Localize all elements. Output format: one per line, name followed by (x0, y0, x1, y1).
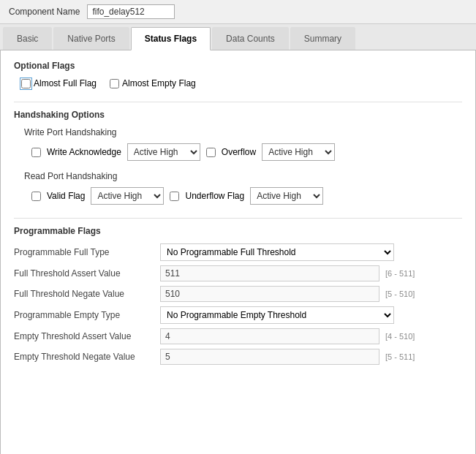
write-acknowledge-dropdown[interactable]: Active High Active Low (127, 143, 200, 161)
handshaking-options-section: Handshaking Options Write Port Handshaki… (14, 110, 462, 205)
read-port-title: Read Port Handshaking (24, 171, 462, 181)
full-threshold-negate-input[interactable] (160, 286, 379, 302)
underflow-flag-label: Underflow Flag (185, 191, 244, 201)
empty-threshold-assert-range: [4 - 510] (385, 332, 415, 341)
empty-threshold-assert-input[interactable] (160, 328, 379, 344)
write-port-title: Write Port Handshaking (24, 127, 462, 137)
full-threshold-assert-label: Full Threshold Assert Value (14, 268, 160, 279)
empty-threshold-negate-range: [5 - 511] (385, 352, 415, 361)
handshaking-options-title: Handshaking Options (14, 110, 462, 120)
almost-empty-flag-item: Almost Empty Flag (110, 78, 196, 88)
full-threshold-negate-range: [5 - 510] (385, 290, 415, 298)
content-area: Optional Flags Almost Full Flag Almost E… (0, 50, 476, 454)
optional-flags-title: Optional Flags (14, 61, 462, 71)
empty-threshold-assert-row: Empty Threshold Assert Value [4 - 510] (14, 328, 462, 344)
write-port-row: Write Acknowledge Active High Active Low… (31, 143, 462, 161)
prog-empty-type-row: Programmable Empty Type No Programmable … (14, 306, 462, 324)
full-threshold-assert-range: [6 - 511] (385, 269, 415, 278)
almost-empty-flag-checkbox[interactable] (110, 79, 119, 88)
programmable-flags-title: Programmable Flags (14, 226, 462, 236)
tab-basic[interactable]: Basic (3, 27, 52, 50)
almost-full-flag-item: Almost Full Flag (21, 78, 97, 88)
prog-full-type-select[interactable]: No Programmable Full Threshold Single Th… (160, 243, 394, 261)
full-threshold-assert-row: Full Threshold Assert Value [6 - 511] (14, 265, 462, 281)
overflow-label: Overflow (222, 147, 256, 157)
full-threshold-assert-input[interactable] (160, 265, 379, 281)
tabs-bar: Basic Native Ports Status Flags Data Cou… (0, 24, 476, 50)
optional-flags-row: Almost Full Flag Almost Empty Flag (21, 78, 462, 88)
empty-threshold-negate-input[interactable] (160, 349, 379, 365)
valid-flag-checkbox[interactable] (31, 192, 41, 201)
read-port-row: Valid Flag Active High Active Low Underf… (31, 187, 462, 205)
overflow-dropdown[interactable]: Active High Active Low (262, 143, 335, 161)
empty-threshold-negate-row: Empty Threshold Negate Value [5 - 511] (14, 349, 462, 365)
almost-full-flag-label: Almost Full Flag (34, 78, 97, 88)
component-name-label: Component Name (9, 7, 80, 17)
prog-full-type-label: Programmable Full Type (14, 247, 160, 257)
tab-status-flags[interactable]: Status Flags (131, 27, 211, 50)
tab-native-ports[interactable]: Native Ports (53, 27, 129, 50)
overflow-checkbox[interactable] (206, 148, 216, 157)
prog-empty-type-select[interactable]: No Programmable Empty Threshold Single T… (160, 306, 394, 324)
underflow-flag-checkbox[interactable] (170, 192, 179, 201)
underflow-dropdown[interactable]: Active High Active Low (250, 187, 323, 205)
prog-empty-type-label: Programmable Empty Type (14, 310, 160, 320)
empty-threshold-negate-label: Empty Threshold Negate Value (14, 352, 160, 362)
programmable-flags-section: Programmable Flags Programmable Full Typ… (14, 226, 462, 365)
write-acknowledge-label: Write Acknowledge (47, 147, 121, 157)
almost-empty-flag-label: Almost Empty Flag (122, 78, 196, 88)
valid-flag-label: Valid Flag (47, 191, 85, 201)
prog-full-type-row: Programmable Full Type No Programmable F… (14, 243, 462, 261)
tab-summary[interactable]: Summary (290, 27, 355, 50)
valid-flag-dropdown[interactable]: Active High Active Low (91, 187, 164, 205)
component-name-bar: Component Name fifo_delay512 (0, 0, 476, 24)
tab-data-counts[interactable]: Data Counts (212, 27, 289, 50)
read-port-handshaking: Read Port Handshaking Valid Flag Active … (14, 171, 462, 205)
full-threshold-negate-row: Full Threshold Negate Value [5 - 510] (14, 286, 462, 302)
write-port-handshaking: Write Port Handshaking Write Acknowledge… (14, 127, 462, 161)
almost-full-flag-checkbox[interactable] (21, 79, 31, 88)
write-acknowledge-checkbox[interactable] (31, 148, 41, 157)
optional-flags-section: Optional Flags Almost Full Flag Almost E… (14, 61, 462, 88)
full-threshold-negate-label: Full Threshold Negate Value (14, 289, 160, 299)
component-name-value: fifo_delay512 (87, 4, 175, 19)
empty-threshold-assert-label: Empty Threshold Assert Value (14, 331, 160, 341)
